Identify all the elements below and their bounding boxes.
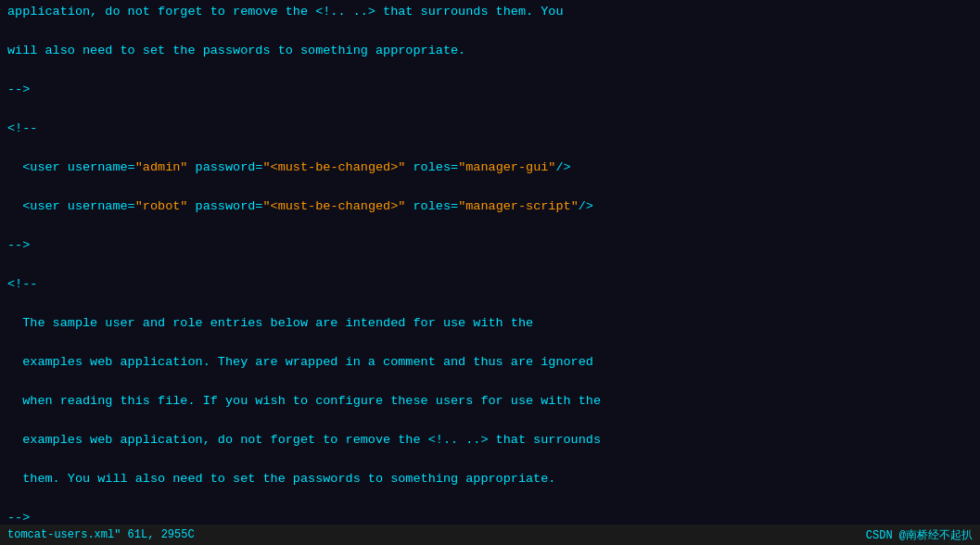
code-line-1: application, do not forget to remove the… xyxy=(7,2,973,21)
status-bar: tomcat-users.xml" 61L, 2955C CSDN @南桥经不起… xyxy=(0,525,980,545)
code-line-9: The sample user and role entries below a… xyxy=(7,313,973,333)
code-pre-normal: application, do not forget to remove the… xyxy=(7,2,973,545)
code-line-7: --> xyxy=(7,235,973,255)
code-line-4: <!-- xyxy=(7,119,973,138)
code-line-10: examples web application. They are wrapp… xyxy=(7,352,973,372)
status-bar-left: tomcat-users.xml" 61L, 2955C xyxy=(7,528,195,541)
editor-container: application, do not forget to remove the… xyxy=(0,0,980,545)
code-line-8: <!-- xyxy=(7,274,973,294)
code-normal-section: application, do not forget to remove the… xyxy=(0,0,980,545)
code-line-5: <user username="admin" password="<must-b… xyxy=(7,158,973,177)
code-line-13: them. You will also need to set the pass… xyxy=(7,469,973,488)
code-line-2: will also need to set the passwords to s… xyxy=(7,41,973,60)
status-bar-right: CSDN @南桥经不起扒 xyxy=(866,527,973,543)
code-line-6: <user username="robot" password="<must-b… xyxy=(7,196,973,216)
code-line-3: --> xyxy=(7,80,973,99)
code-line-11: when reading this file. If you wish to c… xyxy=(7,391,973,411)
code-line-12: examples web application, do not forget … xyxy=(7,430,973,450)
